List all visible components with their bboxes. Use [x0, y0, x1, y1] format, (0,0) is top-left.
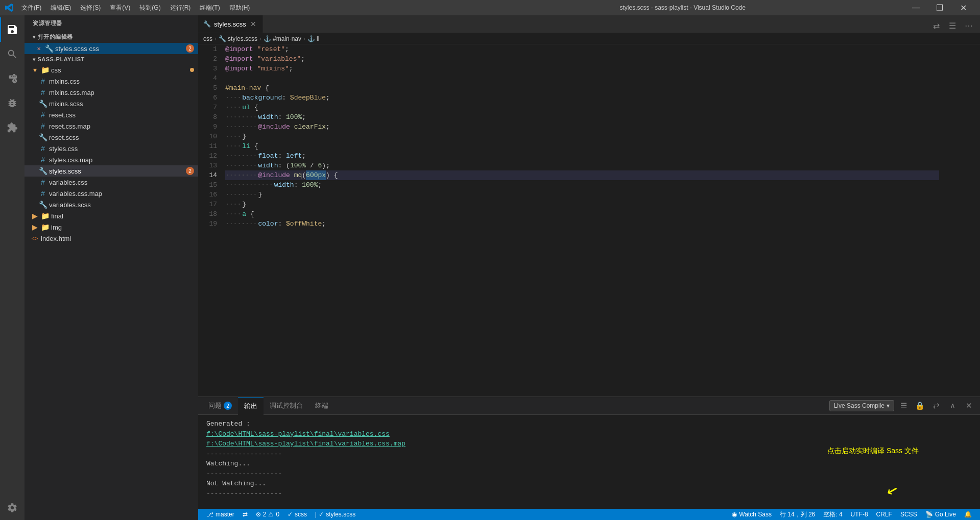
- panel-lock-button[interactable]: 🔒: [913, 399, 927, 413]
- status-line-ending[interactable]: CRLF: [872, 509, 896, 520]
- status-errors[interactable]: ⊗ 2 ⚠ 0: [252, 509, 283, 520]
- menu-view[interactable]: 查看(V): [106, 3, 134, 13]
- panel-close-button[interactable]: ✕: [962, 399, 976, 413]
- breadcrumb-css[interactable]: css: [203, 35, 212, 42]
- panel-tab-problems[interactable]: 问题 2: [202, 397, 238, 415]
- ln-5: 5: [198, 83, 217, 93]
- activity-explorer[interactable]: [0, 17, 25, 42]
- breadcrumb-sep1: ›: [214, 35, 217, 42]
- breadcrumb-selector[interactable]: ⚓ #main-nav: [264, 35, 301, 42]
- panel-tab-terminal[interactable]: 终端: [309, 397, 334, 415]
- file-mixins-css[interactable]: # mixins.css: [25, 76, 198, 87]
- more-actions-button[interactable]: ⋯: [962, 18, 976, 33]
- status-check-scss[interactable]: ✓ scss: [283, 509, 311, 520]
- close-button[interactable]: ✕: [951, 0, 975, 15]
- prop-float: float: [258, 151, 278, 161]
- panel-tab-debug[interactable]: 调试控制台: [264, 397, 309, 415]
- img-folder-label: img: [51, 224, 194, 231]
- activity-extensions[interactable]: [0, 115, 25, 140]
- punc-open-paren: (: [286, 161, 290, 170]
- panel-tab-output[interactable]: 输出: [238, 397, 264, 415]
- output-line-4: -------------------: [206, 449, 972, 459]
- menu-edit[interactable]: 编辑(E): [46, 3, 75, 13]
- file-styles-css[interactable]: # styles.css: [25, 143, 198, 154]
- punc-close-paren: ): [322, 161, 326, 170]
- panel-tab-debug-label: 调试控制台: [270, 401, 303, 410]
- split-editor-button[interactable]: ⇄: [929, 18, 943, 33]
- breadcrumb-element[interactable]: ⚓ li: [307, 35, 319, 42]
- menu-goto[interactable]: 转到(G): [135, 3, 164, 13]
- punc1: ;: [285, 44, 289, 54]
- file-reset-css[interactable]: # reset.css: [25, 109, 198, 120]
- css-folder[interactable]: ▾ 📁 css: [25, 64, 198, 76]
- check-icon3: ✓: [319, 511, 324, 518]
- prop-background: background: [242, 93, 282, 103]
- status-sync[interactable]: ⇄: [238, 509, 252, 520]
- img-folder[interactable]: ▶ 📁 img: [25, 221, 198, 233]
- status-watch-sass[interactable]: ◉ Watch Sass: [728, 509, 776, 520]
- sel-li: li: [242, 141, 250, 151]
- tab-styles-scss[interactable]: 🔧 styles.scss ✕: [198, 15, 263, 33]
- menu-select[interactable]: 选择(S): [76, 3, 105, 13]
- status-line-col[interactable]: 行 14，列 26: [776, 509, 819, 520]
- output-line-3: f:\Code\HTML\sass-playlist\final\variabl…: [206, 439, 972, 449]
- menu-run[interactable]: 运行(R): [166, 3, 195, 13]
- code-area[interactable]: @import "reset" ; @import "variables" ;: [221, 44, 939, 397]
- css-icon: #: [39, 144, 47, 153]
- panel-split-button[interactable]: ⇄: [929, 399, 943, 413]
- file-variables-css[interactable]: # variables.css: [25, 177, 198, 188]
- indent15: ············: [225, 180, 273, 190]
- tab-actions: ⇄ ☰ ⋯: [929, 18, 980, 33]
- file-styles-css-map[interactable]: # styles.css.map: [25, 154, 198, 165]
- space14: [290, 170, 294, 180]
- status-check-styles[interactable]: | ✓ styles.scss: [311, 509, 360, 520]
- maximize-button[interactable]: ❐: [928, 0, 951, 15]
- minimize-button[interactable]: —: [904, 0, 928, 15]
- status-feedback[interactable]: 🔔: [960, 509, 976, 520]
- activity-debug[interactable]: [0, 91, 25, 115]
- menu-file[interactable]: 文件(F): [17, 3, 45, 13]
- space15: [298, 180, 302, 190]
- file-label: reset.css: [49, 111, 194, 119]
- status-language[interactable]: SCSS: [896, 509, 921, 520]
- prop-width8: width: [258, 112, 278, 122]
- editor-content[interactable]: 1 2 3 4 5 6 7 8 9 10 11 12 13 14 15 16 1: [198, 44, 980, 397]
- menu-help[interactable]: 帮助(H): [225, 3, 254, 13]
- project-section[interactable]: ▾ SASS-PLAYLIST: [25, 54, 198, 64]
- output-source-dropdown[interactable]: Live Sass Compile ▾: [829, 400, 894, 411]
- activity-scm[interactable]: [0, 66, 25, 91]
- punc-slash: /: [310, 161, 314, 170]
- status-go-live[interactable]: 📡 Go Live: [921, 509, 960, 520]
- activity-settings[interactable]: [0, 496, 25, 520]
- file-reset-scss[interactable]: 🔧 reset.scss: [25, 132, 198, 143]
- str-mixins: "mixins": [257, 64, 289, 73]
- punc-open7: {: [254, 103, 258, 112]
- status-spaces[interactable]: 空格: 4: [819, 509, 846, 520]
- punc-colon13: :: [278, 161, 282, 170]
- go-live-text: Go Live: [935, 511, 956, 518]
- status-encoding[interactable]: UTF-8: [847, 509, 872, 520]
- toggle-sidebar-button[interactable]: ☰: [945, 18, 960, 33]
- final-folder[interactable]: ▶ 📁 final: [25, 210, 198, 221]
- punc-open: {: [265, 83, 269, 93]
- file-styles-scss[interactable]: 🔧 styles.scss 2: [25, 165, 198, 177]
- menu-terminal[interactable]: 终端(T): [196, 3, 224, 13]
- breadcrumb-file[interactable]: 🔧 styles.scss: [219, 35, 257, 42]
- activity-search[interactable]: [0, 42, 25, 66]
- file-index-html[interactable]: <> index.html: [25, 233, 198, 244]
- code-line-16: ········ }: [225, 190, 939, 200]
- status-branch[interactable]: ⎇ master: [202, 509, 238, 520]
- code-line-14: ········ @include mq ( 600px ) {: [225, 170, 939, 180]
- panel-up-button[interactable]: ∧: [945, 399, 960, 413]
- panel-list-view-button[interactable]: ☰: [896, 399, 911, 413]
- file-variables-scss[interactable]: 🔧 variables.scss: [25, 199, 198, 210]
- file-reset-css-map[interactable]: # reset.css.map: [25, 120, 198, 132]
- ln-3: 3: [198, 64, 217, 73]
- file-variables-css-map[interactable]: # variables.css.map: [25, 188, 198, 199]
- language-text: SCSS: [900, 511, 917, 518]
- file-mixins-css-map[interactable]: # mixins.css.map: [25, 87, 198, 98]
- open-file-item[interactable]: ✕ 🔧 styles.scss css 2: [25, 43, 198, 54]
- open-editors-section[interactable]: ▾ 打开的编辑器: [25, 31, 198, 43]
- file-mixins-scss[interactable]: 🔧 mixins.scss: [25, 98, 198, 109]
- tab-close-button[interactable]: ✕: [249, 20, 257, 28]
